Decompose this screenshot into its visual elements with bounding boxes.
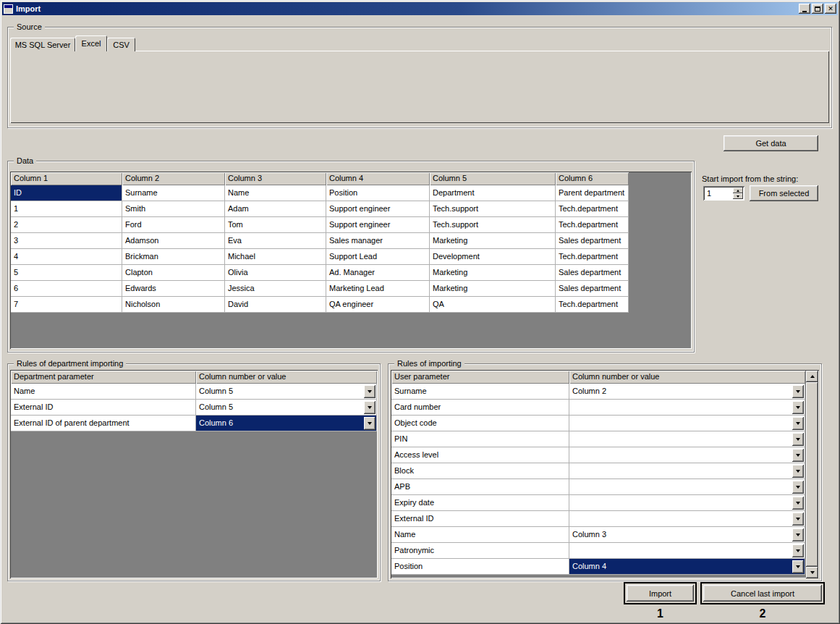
table-cell[interactable]: Marketing xyxy=(430,265,556,281)
rule-value-cell[interactable] xyxy=(569,463,805,479)
rule-param-cell[interactable]: Block xyxy=(391,463,569,479)
dropdown-button[interactable] xyxy=(792,465,804,478)
rule-param-cell[interactable]: Position xyxy=(391,559,569,575)
table-cell[interactable]: Marketing xyxy=(430,233,556,249)
rule-value-cell[interactable]: Column 2 xyxy=(569,384,805,400)
rule-param-cell[interactable]: Name xyxy=(391,527,569,543)
table-cell[interactable]: Department xyxy=(430,185,556,201)
table-cell[interactable]: Development xyxy=(430,249,556,265)
table-cell[interactable]: Tech.department xyxy=(556,217,629,233)
import-button[interactable]: Import xyxy=(627,585,694,602)
rule-param-cell[interactable]: APB xyxy=(391,479,569,495)
dropdown-button[interactable] xyxy=(792,449,804,462)
dropdown-button[interactable] xyxy=(364,401,376,414)
rule-value-cell[interactable]: Column 3 xyxy=(569,527,805,543)
table-cell[interactable]: Parent department xyxy=(556,185,629,201)
table-cell[interactable]: QA engineer xyxy=(326,297,430,313)
table-cell[interactable]: Surname xyxy=(122,185,225,201)
dropdown-button[interactable] xyxy=(792,417,804,430)
table-cell[interactable]: Sales department xyxy=(556,281,629,297)
tab-ms-sql-server[interactable]: MS SQL Server xyxy=(10,38,75,51)
scroll-up-button[interactable] xyxy=(806,371,818,382)
dropdown-button[interactable] xyxy=(792,433,804,446)
from-selected-button[interactable]: From selected xyxy=(750,185,818,201)
maximize-button[interactable] xyxy=(812,4,823,14)
column-header[interactable]: Column 1 xyxy=(11,172,122,185)
rule-param-cell[interactable]: External ID xyxy=(391,511,569,527)
rule-param-cell[interactable]: Access level xyxy=(391,447,569,463)
table-cell[interactable]: Sales department xyxy=(556,265,629,281)
dropdown-button[interactable] xyxy=(364,385,376,398)
spin-down-button[interactable] xyxy=(733,193,743,199)
table-cell[interactable]: Edwards xyxy=(122,281,225,297)
table-cell[interactable]: 1 xyxy=(11,201,122,217)
column-header[interactable]: Column 2 xyxy=(122,172,225,185)
rule-param-cell[interactable]: Object code xyxy=(391,416,569,431)
table-cell[interactable]: Adam xyxy=(225,201,326,217)
dropdown-button[interactable] xyxy=(792,544,804,557)
titlebar[interactable]: Import ✕ xyxy=(2,2,838,15)
rule-param-cell[interactable]: External ID of parent department xyxy=(11,416,196,431)
cancel-last-import-button[interactable]: Cancel last import xyxy=(703,585,822,602)
spin-up-button[interactable] xyxy=(733,187,743,193)
dropdown-button[interactable] xyxy=(792,481,804,494)
column-header[interactable]: Column 3 xyxy=(225,172,326,185)
scroll-down-button[interactable] xyxy=(806,567,818,578)
table-cell[interactable]: 4 xyxy=(11,249,122,265)
table-cell[interactable]: Support Lead xyxy=(326,249,430,265)
dropdown-button[interactable] xyxy=(792,528,804,541)
rule-value-cell[interactable]: Column 5 xyxy=(196,384,377,400)
rule-param-cell[interactable]: Name xyxy=(11,384,196,400)
table-cell[interactable]: 5 xyxy=(11,265,122,281)
column-header[interactable]: Column number or value xyxy=(196,371,377,384)
minimize-button[interactable] xyxy=(799,4,810,14)
dropdown-button[interactable] xyxy=(792,497,804,510)
table-cell[interactable]: Tech.department xyxy=(556,249,629,265)
table-cell[interactable]: Brickman xyxy=(122,249,225,265)
dropdown-button[interactable] xyxy=(792,385,804,398)
rule-value-cell[interactable] xyxy=(569,416,805,431)
get-data-button[interactable]: Get data xyxy=(724,135,818,151)
table-cell[interactable]: Clapton xyxy=(122,265,225,281)
rule-param-cell[interactable]: External ID xyxy=(11,400,196,416)
rule-param-cell[interactable]: Expiry date xyxy=(391,495,569,511)
start-row-spinner[interactable]: 1 xyxy=(703,186,744,201)
table-cell[interactable]: ID xyxy=(11,185,122,201)
column-header[interactable]: User parameter xyxy=(391,371,569,384)
rule-value-cell[interactable] xyxy=(569,511,805,527)
scrollbar-thumb[interactable] xyxy=(806,382,818,567)
table-cell[interactable]: Sales manager xyxy=(326,233,430,249)
table-cell[interactable]: Jessica xyxy=(225,281,326,297)
table-cell[interactable]: Michael xyxy=(225,249,326,265)
table-cell[interactable]: Tech.department xyxy=(556,297,629,313)
table-cell[interactable]: QA xyxy=(430,297,556,313)
table-cell[interactable]: David xyxy=(225,297,326,313)
rule-param-cell[interactable]: PIN xyxy=(391,431,569,447)
tab-csv[interactable]: CSV xyxy=(107,38,135,51)
table-cell[interactable]: Tom xyxy=(225,217,326,233)
rule-value-cell[interactable] xyxy=(569,495,805,511)
rule-value-cell[interactable] xyxy=(569,431,805,447)
table-cell[interactable]: 3 xyxy=(11,233,122,249)
table-cell[interactable]: Olivia xyxy=(225,265,326,281)
table-cell[interactable]: Position xyxy=(326,185,430,201)
dropdown-button[interactable] xyxy=(364,417,376,430)
rule-value-cell[interactable] xyxy=(569,479,805,495)
dropdown-button[interactable] xyxy=(792,560,804,573)
table-cell[interactable]: Ad. Manager xyxy=(326,265,430,281)
table-cell[interactable]: Eva xyxy=(225,233,326,249)
rule-value-cell[interactable] xyxy=(569,543,805,559)
table-cell[interactable]: Support engineer xyxy=(326,217,430,233)
table-cell[interactable]: Marketing Lead xyxy=(326,281,430,297)
rule-value-cell[interactable] xyxy=(569,447,805,463)
table-cell[interactable]: Nicholson xyxy=(122,297,225,313)
close-button[interactable]: ✕ xyxy=(825,4,836,14)
table-cell[interactable]: 2 xyxy=(11,217,122,233)
table-cell[interactable]: Name xyxy=(225,185,326,201)
rule-param-cell[interactable]: Surname xyxy=(391,384,569,400)
column-header[interactable]: Column number or value xyxy=(569,371,805,384)
rule-value-cell[interactable] xyxy=(569,400,805,416)
column-header[interactable]: Department parameter xyxy=(11,371,196,384)
table-cell[interactable]: 7 xyxy=(11,297,122,313)
table-cell[interactable]: 6 xyxy=(11,281,122,297)
